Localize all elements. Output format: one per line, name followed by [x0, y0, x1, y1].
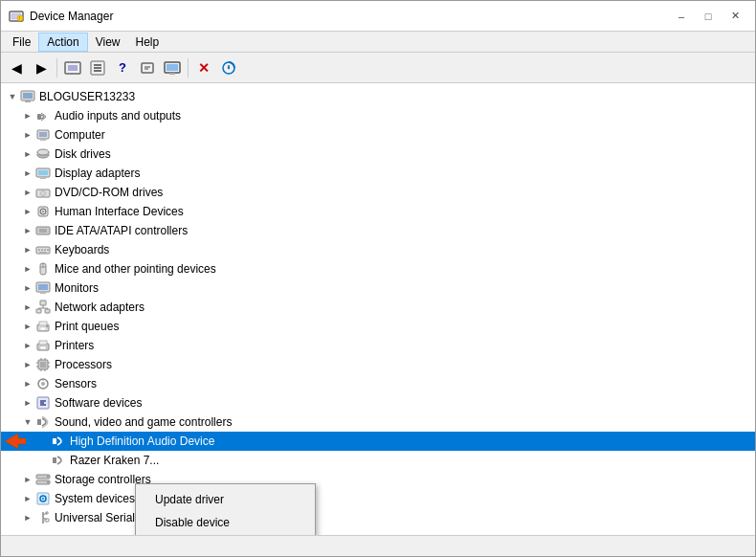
monitor-button[interactable]	[161, 56, 184, 79]
help-button[interactable]: ?	[111, 56, 134, 79]
tree-dvd[interactable]: ► DVD/CD-ROM drives	[1, 183, 755, 202]
sound-icon	[35, 414, 51, 430]
system-label: System devices	[55, 492, 135, 505]
expand-audio[interactable]: ►	[20, 108, 35, 123]
expand-keyboard[interactable]: ►	[20, 242, 35, 257]
hd-audio-label: High Definition Audio Device	[70, 434, 214, 448]
status-bar	[1, 535, 755, 556]
expand-root[interactable]: ▼	[5, 89, 20, 104]
tree-sensors[interactable]: ► Sensors	[1, 374, 755, 393]
tree-ide[interactable]: ► IDE ATA/ATAPI controllers	[1, 221, 755, 240]
tree-usb[interactable]: ► Universal Serial Bu...	[1, 508, 755, 527]
tree-keyboard[interactable]: ► Keyboards	[1, 240, 755, 259]
tree-system[interactable]: ► System devices	[1, 489, 755, 508]
expand-system[interactable]: ►	[20, 491, 35, 506]
ctx-update-driver[interactable]: Update driver	[136, 488, 315, 511]
tree-hd-audio[interactable]: ▷ High Definition Audio Device	[1, 432, 755, 451]
expand-storage[interactable]: ►	[20, 472, 35, 487]
svg-rect-32	[40, 177, 46, 179]
tree-print[interactable]: ► Print queues	[1, 317, 755, 336]
tree-software[interactable]: ► Software devices	[1, 393, 755, 412]
expand-processors[interactable]: ►	[20, 357, 35, 372]
monitors-label: Monitors	[55, 281, 99, 295]
svg-rect-26	[40, 139, 46, 141]
ctx-uninstall-device[interactable]: Uninstall device	[136, 534, 315, 535]
expand-mice[interactable]: ►	[20, 261, 35, 277]
expand-network[interactable]: ►	[20, 300, 35, 315]
sound-label: Sound, video and game controllers	[55, 415, 232, 429]
remove-button[interactable]: ✕	[192, 56, 215, 79]
svg-rect-39	[36, 227, 50, 234]
tree-processors[interactable]: ► Processors	[1, 355, 755, 374]
tree-computer[interactable]: ► Computer	[1, 125, 755, 145]
window-title: Device Manager	[30, 10, 669, 23]
menu-view[interactable]: View	[88, 33, 128, 51]
expand-software[interactable]: ►	[20, 395, 35, 411]
expand-print[interactable]: ►	[20, 319, 35, 334]
svg-rect-21	[23, 93, 33, 99]
tree-network[interactable]: ► Network adapters	[1, 298, 755, 317]
svg-rect-62	[40, 327, 46, 330]
svg-rect-47	[39, 252, 47, 253]
menu-file[interactable]: File	[5, 33, 38, 51]
menu-bar: File Action View Help	[1, 32, 755, 53]
expand-sound[interactable]: ▼	[20, 414, 35, 430]
tree-razer[interactable]: ▷ Razer Kraken 7...	[1, 451, 755, 470]
tree-root[interactable]: ▼ BLOGUSER13233	[1, 87, 755, 106]
expand-razer: ▷	[35, 453, 51, 468]
svg-marker-85	[5, 434, 26, 449]
svg-rect-45	[44, 249, 46, 251]
sensors-label: Sensors	[55, 377, 97, 390]
svg-rect-87	[53, 457, 56, 463]
show-hidden-button[interactable]	[61, 56, 84, 79]
expand-printers[interactable]: ►	[20, 338, 35, 353]
svg-rect-52	[40, 292, 46, 294]
svg-rect-11	[142, 63, 153, 73]
tree-audio[interactable]: ► Audio inputs and outputs	[1, 106, 755, 125]
expand-sensors[interactable]: ►	[20, 376, 35, 391]
tree-mice[interactable]: ► Mice and other pointing devices	[1, 259, 755, 278]
razer-icon	[51, 453, 66, 468]
software-label: Software devices	[55, 396, 142, 410]
tree-sound[interactable]: ▼ Sound, video and game controllers	[1, 412, 755, 432]
svg-point-38	[42, 211, 44, 212]
tree-button[interactable]	[86, 56, 109, 79]
expand-monitors[interactable]: ►	[20, 280, 35, 296]
svg-rect-23	[37, 114, 41, 120]
scan-button[interactable]	[217, 56, 240, 79]
properties-button[interactable]	[136, 56, 159, 79]
tree-display[interactable]: ► Display adapters	[1, 164, 755, 183]
tree-printers[interactable]: ► Printers	[1, 336, 755, 355]
menu-help[interactable]: Help	[128, 33, 167, 51]
close-button[interactable]: ✕	[723, 4, 747, 29]
tree-hid[interactable]: ► Human Interface Devices	[1, 202, 755, 221]
tree-storage[interactable]: ► Storage controllers	[1, 470, 755, 489]
expand-dvd[interactable]: ►	[20, 185, 35, 200]
svg-rect-86	[53, 438, 56, 444]
maximize-button[interactable]: □	[696, 4, 721, 29]
sensor-icon	[35, 376, 51, 391]
svg-rect-16	[169, 73, 175, 75]
expand-computer[interactable]: ►	[20, 127, 35, 143]
forward-button[interactable]: ▶	[30, 56, 53, 79]
minimize-button[interactable]: –	[669, 4, 694, 29]
expand-hid[interactable]: ►	[20, 204, 35, 219]
menu-action[interactable]: Action	[38, 33, 87, 52]
svg-rect-68	[40, 362, 46, 368]
expand-ide[interactable]: ►	[20, 223, 35, 238]
ctx-disable-device[interactable]: Disable device	[136, 511, 315, 534]
tree-disk[interactable]: ► Disk drives	[1, 145, 755, 164]
display-label: Display adapters	[55, 167, 140, 180]
back-button[interactable]: ◀	[5, 56, 28, 79]
expand-display[interactable]: ►	[20, 166, 35, 181]
computer-sm-icon	[35, 127, 51, 143]
tree-monitors[interactable]: ► Monitors	[1, 278, 755, 298]
ide-label: IDE ATA/ATAPI controllers	[55, 224, 188, 237]
software-icon	[35, 395, 51, 411]
tree-view[interactable]: ▼ BLOGUSER13233 ► Audio inputs and outpu…	[1, 83, 755, 535]
hd-audio-icon	[51, 434, 66, 449]
expand-disk[interactable]: ►	[20, 146, 35, 162]
svg-point-78	[41, 382, 45, 386]
title-bar: ! Device Manager – □ ✕	[1, 1, 755, 32]
expand-usb[interactable]: ►	[20, 510, 35, 525]
